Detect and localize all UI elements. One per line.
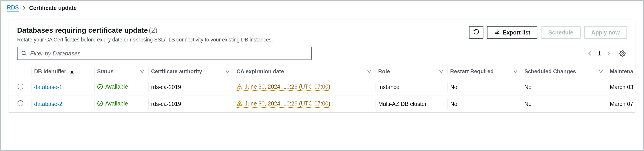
col-status[interactable]: Status bbox=[94, 64, 148, 79]
col-ca-label: Certificate authority bbox=[151, 68, 202, 74]
col-scheduled-label: Scheduled Changes bbox=[524, 68, 576, 74]
col-restart[interactable]: Restart Required bbox=[448, 64, 522, 79]
svg-point-0 bbox=[22, 51, 25, 55]
table-row: database-2 Available rds-ca-2019 bbox=[9, 96, 635, 112]
svg-marker-6 bbox=[368, 70, 371, 73]
svg-marker-5 bbox=[226, 70, 229, 73]
check-circle-icon bbox=[97, 100, 103, 106]
scheduled-cell: No bbox=[522, 79, 607, 96]
apply-now-button[interactable]: Apply now bbox=[584, 26, 627, 39]
col-maint-label: Maintena bbox=[610, 68, 633, 74]
page-number: 1 bbox=[598, 50, 601, 57]
apply-now-label: Apply now bbox=[592, 29, 620, 36]
col-restart-label: Restart Required bbox=[450, 68, 494, 74]
search-wrap bbox=[17, 47, 312, 60]
table-header-row: DB identifier Status Certificate authori… bbox=[9, 64, 635, 79]
filter-icon bbox=[439, 69, 444, 74]
svg-line-1 bbox=[25, 54, 26, 56]
svg-point-17 bbox=[239, 105, 240, 105]
svg-marker-8 bbox=[514, 70, 517, 73]
col-role-label: Role bbox=[378, 68, 390, 74]
breadcrumb: RDS Certificate update bbox=[1, 1, 643, 13]
scheduled-cell: No bbox=[522, 96, 607, 112]
svg-marker-3 bbox=[70, 70, 74, 73]
col-expiration[interactable]: CA expiration date bbox=[234, 64, 376, 79]
refresh-icon bbox=[473, 29, 480, 36]
role-cell: Multi-AZ DB cluster bbox=[376, 96, 448, 112]
svg-marker-4 bbox=[140, 70, 144, 73]
svg-marker-9 bbox=[599, 70, 603, 73]
col-status-label: Status bbox=[97, 68, 114, 74]
databases-table: DB identifier Status Certificate authori… bbox=[9, 64, 635, 112]
role-cell: Instance bbox=[376, 79, 448, 96]
table-row: database-1 Available rds-ca-2019 bbox=[9, 79, 635, 96]
svg-point-14 bbox=[98, 101, 102, 106]
warning-icon bbox=[236, 100, 242, 106]
panel-header: Databases requiring certificate update (… bbox=[9, 20, 635, 46]
col-role[interactable]: Role bbox=[376, 64, 448, 79]
page-next-button[interactable] bbox=[606, 51, 611, 56]
export-list-button[interactable]: Export list bbox=[487, 26, 538, 39]
row-select-radio[interactable] bbox=[18, 100, 24, 106]
db-identifier-link[interactable]: database-1 bbox=[34, 84, 62, 90]
expiration-text: June 30, 2024, 10:26 (UTC-07:00) bbox=[245, 100, 330, 107]
status-badge: Available bbox=[97, 100, 128, 107]
page-prev-button[interactable] bbox=[587, 51, 592, 56]
expiration-warning[interactable]: June 30, 2024, 10:26 (UTC-07:00) bbox=[236, 100, 330, 108]
status-text: Available bbox=[105, 83, 128, 90]
row-select-radio[interactable] bbox=[18, 84, 24, 89]
chevron-right-icon bbox=[22, 6, 26, 10]
refresh-button[interactable] bbox=[469, 26, 484, 39]
filter-icon bbox=[140, 69, 144, 74]
breadcrumb-current: Certificate update bbox=[29, 5, 77, 11]
ca-cell: rds-ca-2019 bbox=[148, 79, 234, 96]
filter-input[interactable] bbox=[17, 47, 312, 60]
expiration-warning[interactable]: June 30, 2024, 10:26 (UTC-07:00) bbox=[236, 83, 330, 91]
filter-row: 1 bbox=[9, 46, 635, 64]
svg-point-13 bbox=[239, 88, 240, 88]
export-list-label: Export list bbox=[503, 29, 530, 36]
main-panel: Databases requiring certificate update (… bbox=[9, 20, 635, 112]
filter-icon bbox=[367, 69, 372, 74]
check-circle-icon bbox=[97, 84, 103, 90]
svg-point-10 bbox=[98, 84, 102, 89]
table-wrap: DB identifier Status Certificate authori… bbox=[9, 64, 635, 112]
filter-icon bbox=[225, 69, 230, 74]
page-title: Databases requiring certificate update bbox=[17, 26, 148, 34]
settings-button[interactable] bbox=[619, 50, 626, 57]
status-text: Available bbox=[105, 100, 128, 107]
item-count: (2) bbox=[149, 26, 158, 34]
maint-cell: March 03 bbox=[607, 79, 635, 96]
col-db-label: DB identifier bbox=[34, 68, 66, 74]
col-maintenance[interactable]: Maintena bbox=[607, 64, 635, 79]
download-icon bbox=[494, 29, 500, 36]
filter-icon bbox=[513, 69, 518, 74]
restart-cell: No bbox=[448, 79, 522, 96]
status-badge: Available bbox=[97, 83, 128, 90]
col-db-identifier[interactable]: DB identifier bbox=[32, 64, 94, 79]
col-ca[interactable]: Certificate authority bbox=[148, 64, 234, 79]
restart-cell: No bbox=[448, 96, 522, 112]
svg-marker-7 bbox=[440, 70, 443, 73]
col-scheduled[interactable]: Scheduled Changes bbox=[522, 64, 607, 79]
maint-cell: March 07 bbox=[607, 96, 635, 112]
schedule-button[interactable]: Schedule bbox=[541, 26, 580, 39]
db-identifier-link[interactable]: database-2 bbox=[34, 101, 62, 107]
warning-icon bbox=[236, 84, 242, 90]
ca-cell: rds-ca-2019 bbox=[148, 96, 234, 112]
col-exp-label: CA expiration date bbox=[236, 68, 284, 74]
expiration-text: June 30, 2024, 10:26 (UTC-07:00) bbox=[245, 83, 330, 90]
page-root: RDS Certificate update Databases requiri… bbox=[0, 1, 644, 150]
svg-point-2 bbox=[622, 53, 624, 54]
page-description: Rotate your CA Certificates before expir… bbox=[17, 37, 273, 43]
col-select bbox=[9, 64, 32, 79]
table-body: database-1 Available rds-ca-2019 bbox=[9, 79, 635, 112]
pagination: 1 bbox=[587, 50, 627, 57]
header-actions: Export list Schedule Apply now bbox=[469, 26, 627, 39]
schedule-label: Schedule bbox=[548, 29, 573, 36]
breadcrumb-root-link[interactable]: RDS bbox=[7, 4, 19, 12]
title-block: Databases requiring certificate update (… bbox=[17, 26, 273, 43]
filter-icon bbox=[598, 69, 603, 74]
sort-asc-icon bbox=[70, 69, 74, 74]
search-icon bbox=[21, 51, 27, 56]
